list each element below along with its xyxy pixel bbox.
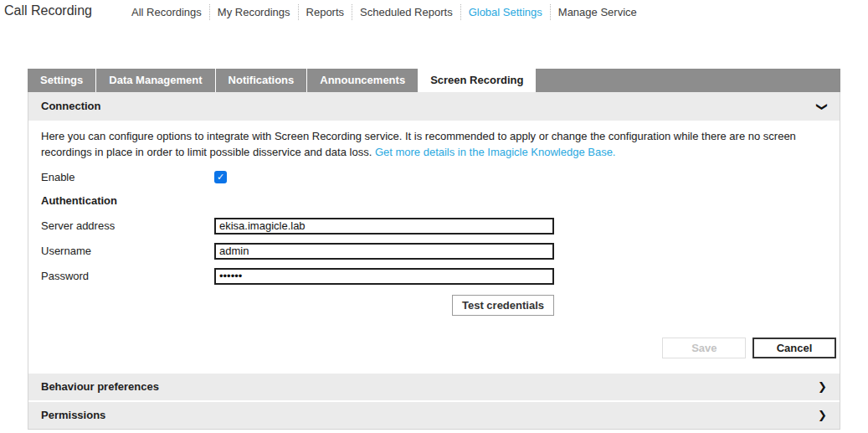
test-credentials-row: Test credentials [41,295,554,316]
username-label: Username [41,245,214,257]
password-field[interactable] [214,268,554,285]
section-header-connection[interactable]: Connection ❯ [28,92,840,121]
panel-body: Connection ❯ Here you can configure opti… [28,92,840,430]
tab-data-management[interactable]: Data Management [95,69,214,92]
chevron-down-icon[interactable]: ❯ [817,102,828,111]
enable-row: Enable ✓ [41,171,827,183]
password-label: Password [41,270,214,282]
server-address-row: Server address [41,218,827,235]
username-row: Username [41,243,827,260]
top-header: Call Recording All Recordings My Recordi… [0,0,868,22]
nav-item-my-recordings[interactable]: My Recordings [209,4,298,20]
connection-description: Here you can configure options to integr… [41,129,827,161]
enable-checkbox[interactable]: ✓ [214,171,227,183]
knowledge-base-link[interactable]: Get more details in the Imagicle Knowled… [375,146,616,158]
tab-screen-recording[interactable]: Screen Recording [418,69,536,92]
section-title: Permissions [41,401,105,430]
cancel-button[interactable]: Cancel [752,338,836,358]
nav-item-manage-service[interactable]: Manage Service [550,4,645,20]
section-title: Behaviour preferences [41,373,159,401]
tab-settings[interactable]: Settings [28,69,95,92]
page-title: Call Recording [4,3,124,18]
test-credentials-button[interactable]: Test credentials [452,295,554,316]
server-address-field[interactable] [214,218,554,235]
nav-item-scheduled-reports[interactable]: Scheduled Reports [352,4,460,20]
save-button[interactable]: Save [662,338,746,358]
server-address-label: Server address [41,219,214,232]
tab-announcements[interactable]: Announcements [306,69,418,92]
tab-bar: Settings Data Management Notifications A… [28,69,840,92]
chevron-right-icon[interactable]: ❯ [818,381,827,392]
nav-item-all-recordings[interactable]: All Recordings [124,4,209,20]
tab-notifications[interactable]: Notifications [215,69,307,92]
checkmark-icon: ✓ [217,173,224,182]
password-row: Password [41,268,827,285]
username-field[interactable] [214,243,554,260]
section-header-behaviour-preferences[interactable]: Behaviour preferences ❯ [28,372,840,400]
section-title: Connection [41,92,101,121]
chevron-right-icon[interactable]: ❯ [818,410,827,420]
top-nav: All Recordings My Recordings Reports Sch… [124,4,645,20]
nav-item-global-settings[interactable]: Global Settings [460,4,550,20]
connection-content: Here you can configure options to integr… [28,121,840,372]
authentication-heading: Authentication [41,194,827,207]
enable-label: Enable [41,171,214,183]
nav-item-reports[interactable]: Reports [298,4,352,20]
settings-panel: Settings Data Management Notifications A… [28,69,840,430]
actions-row: Save Cancel [41,338,836,358]
section-header-permissions[interactable]: Permissions ❯ [28,400,840,429]
